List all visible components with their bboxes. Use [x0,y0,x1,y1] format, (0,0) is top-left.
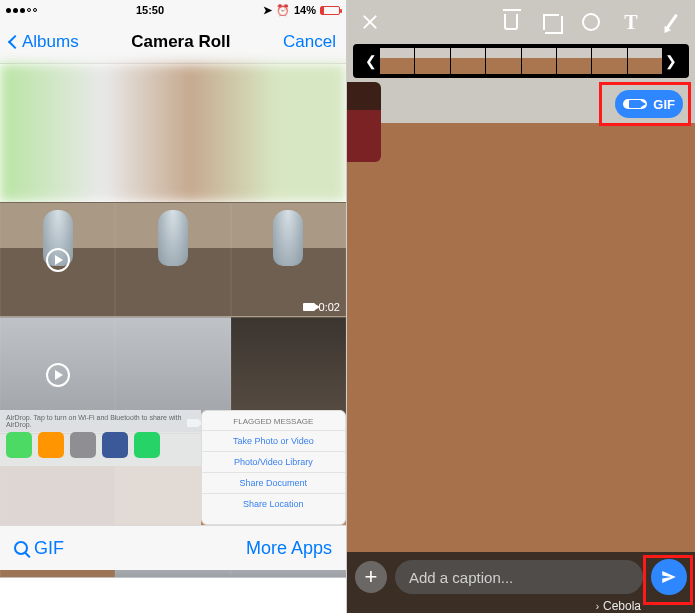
status-time: 15:50 [136,4,164,16]
video-thumb[interactable] [0,202,115,317]
chevron-right-icon: › [596,601,599,612]
status-bar: 15:50 ➤ ⏰ 14% [0,0,346,20]
share-icons-row: AirDrop. Tap to turn on Wi-Fi and Blueto… [0,410,201,525]
recipient-name: Cebola [603,599,641,613]
caption-placeholder: Add a caption... [409,569,513,586]
attachment-menu-header: FLAGGED MESSAGE [202,417,345,431]
battery-icon [320,6,340,15]
video-editor-pane: T ❮ ❯ GIF + Add a caption... › [347,0,695,613]
caption-row: + Add a caption... [355,557,687,597]
recipient-row[interactable]: › Cebola [596,599,641,613]
photo-thumb[interactable] [0,64,346,202]
emoji-icon[interactable] [581,12,601,32]
share-location-option[interactable]: Share Location [202,494,345,514]
more-app-icon[interactable] [70,432,96,458]
share-sheet: AirDrop. Tap to turn on Wi-Fi and Blueto… [0,410,346,525]
search-icon [14,541,28,555]
messages-app-icon[interactable] [6,432,32,458]
share-document-option[interactable]: Share Document [202,473,345,494]
search-gif-button[interactable]: GIF [14,538,64,559]
video-preview [347,82,381,162]
text-icon[interactable]: T [621,12,641,32]
camera-roll-pane: 15:50 ➤ ⏰ 14% Albums Camera Roll Cancel [0,0,347,613]
photo-library-option[interactable]: Photo/Video Library [202,452,345,473]
video-duration: 0:02 [319,301,340,313]
page-title: Camera Roll [131,32,230,52]
add-media-button[interactable]: + [355,561,387,593]
draw-icon[interactable] [661,12,681,32]
location-icon: ➤ [263,4,272,17]
cancel-button[interactable]: Cancel [283,32,336,52]
facebook-app-icon[interactable] [102,432,128,458]
more-apps-button[interactable]: More Apps [246,538,332,559]
signal-strength-icon [6,8,37,13]
crop-icon[interactable] [541,12,561,32]
nav-header: Albums Camera Roll Cancel [0,20,346,64]
chevron-left-icon [8,34,22,48]
tutorial-highlight [599,82,691,126]
attachment-menu: FLAGGED MESSAGE Take Photo or Video Phot… [201,410,346,525]
back-button[interactable]: Albums [10,32,79,52]
play-icon [46,363,70,387]
back-label: Albums [22,32,79,52]
bottom-toolbar: GIF More Apps [0,525,346,570]
alarm-icon: ⏰ [276,4,290,17]
trim-right-handle[interactable]: ❯ [663,53,679,69]
photo-grid: 0:02 0:03 0:05 [0,64,346,570]
trash-icon[interactable] [501,12,521,32]
caption-input[interactable]: Add a caption... [395,560,643,594]
battery-pct: 14% [294,4,316,16]
take-photo-option[interactable]: Take Photo or Video [202,431,345,452]
whatsapp-app-icon[interactable] [134,432,160,458]
gif-label: GIF [34,538,64,559]
trim-left-handle[interactable]: ❮ [363,53,379,69]
video-trimmer[interactable]: ❮ ❯ [353,44,689,78]
video-icon [303,303,315,311]
editor-toolbar: T [347,0,695,44]
play-icon [46,248,70,272]
tutorial-highlight [643,555,693,605]
video-thumb[interactable] [115,202,230,317]
close-icon[interactable] [361,13,379,31]
video-thumb[interactable]: 0:02 [231,202,346,317]
notes-app-icon[interactable] [38,432,64,458]
